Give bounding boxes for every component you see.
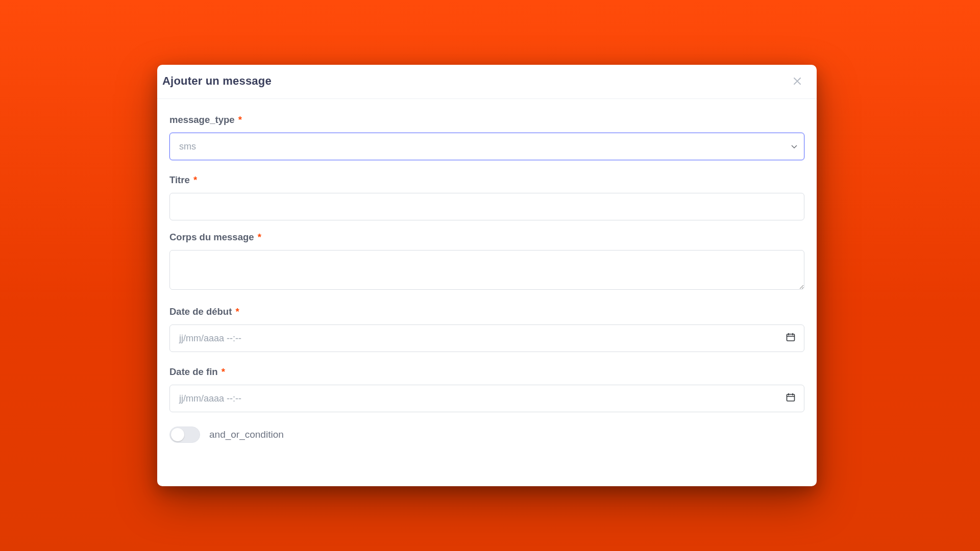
modal-title: Ajouter un message (162, 74, 272, 88)
label-text: Date de fin (169, 366, 218, 377)
titre-label: Titre * (169, 174, 804, 186)
field-titre: Titre * (169, 174, 804, 220)
field-message-type: message_type * sms (169, 114, 804, 160)
modal-body: message_type * sms Titre * (157, 99, 817, 463)
label-text: message_type (169, 114, 235, 125)
required-mark: * (258, 232, 261, 242)
date-fin-input[interactable]: jj/mm/aaaa --:-- (169, 385, 804, 412)
label-text: Titre (169, 174, 190, 185)
date-fin-label: Date de fin * (169, 366, 804, 378)
field-and-or-condition: and_or_condition (169, 427, 804, 443)
message-type-select[interactable]: sms (169, 133, 804, 160)
date-debut-wrap: jj/mm/aaaa --:-- (169, 324, 804, 352)
toggle-knob (171, 428, 184, 441)
close-button[interactable] (790, 74, 804, 88)
modal-header: Ajouter un message (157, 65, 817, 99)
field-date-debut: Date de début * jj/mm/aaaa --:-- (169, 306, 804, 352)
required-mark: * (235, 306, 239, 317)
corps-textarea[interactable] (169, 250, 804, 290)
field-date-fin: Date de fin * jj/mm/aaaa --:-- (169, 366, 804, 412)
label-text: Date de début (169, 306, 232, 317)
corps-label: Corps du message * (169, 232, 804, 243)
date-debut-input[interactable]: jj/mm/aaaa --:-- (169, 324, 804, 352)
add-message-modal: Ajouter un message message_type * sms (157, 65, 817, 486)
and-or-condition-toggle[interactable] (169, 427, 200, 443)
date-fin-wrap: jj/mm/aaaa --:-- (169, 385, 804, 412)
titre-input[interactable] (169, 193, 804, 220)
date-debut-placeholder: jj/mm/aaaa --:-- (179, 333, 241, 344)
required-mark: * (193, 174, 197, 185)
date-fin-placeholder: jj/mm/aaaa --:-- (179, 393, 241, 404)
message-type-select-wrap: sms (169, 133, 804, 160)
corps-textarea-wrap (169, 250, 804, 292)
and-or-condition-label: and_or_condition (209, 429, 284, 440)
field-corps: Corps du message * (169, 232, 804, 292)
message-type-label: message_type * (169, 114, 804, 126)
date-debut-label: Date de début * (169, 306, 804, 317)
required-mark: * (222, 366, 225, 377)
close-icon (794, 78, 801, 85)
label-text: Corps du message (169, 232, 254, 242)
required-mark: * (238, 114, 242, 125)
